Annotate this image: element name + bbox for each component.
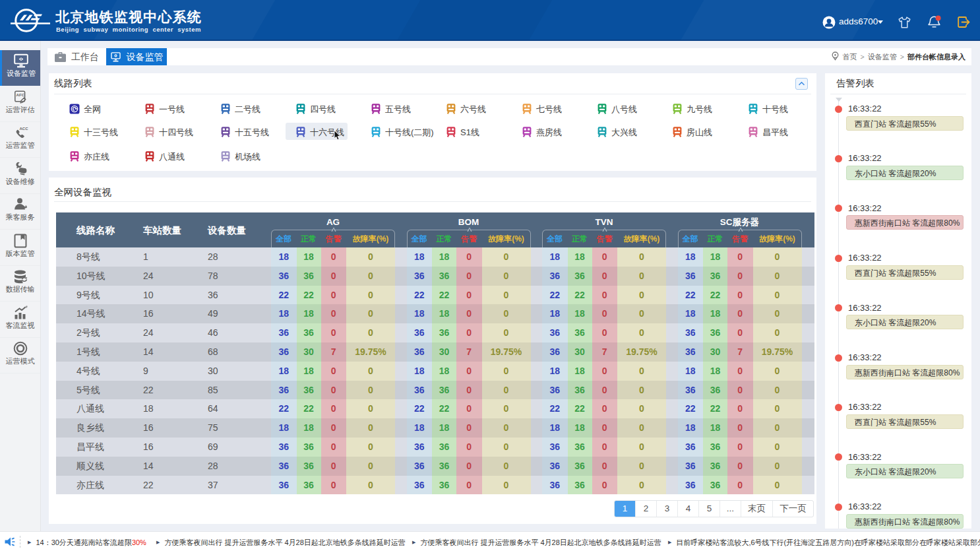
svg-text:ACC: ACC [19, 127, 28, 131]
svg-text:AFC: AFC [16, 92, 24, 96]
